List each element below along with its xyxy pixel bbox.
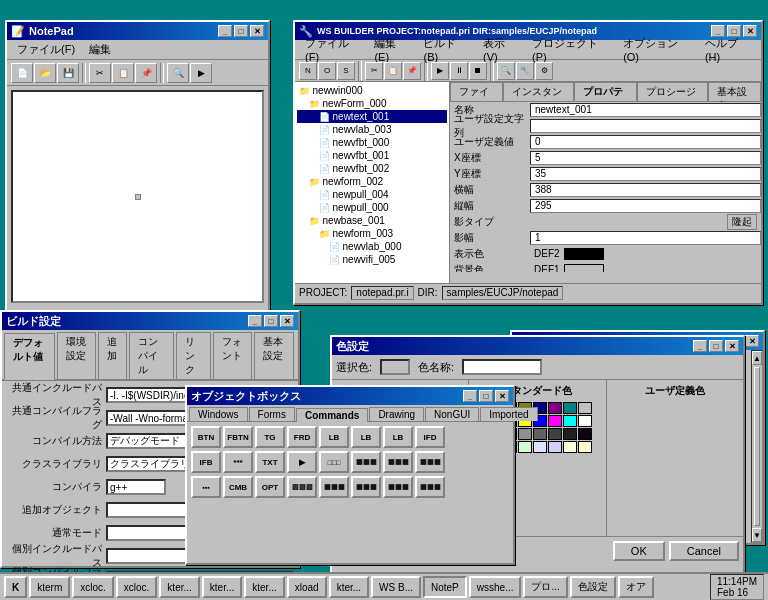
color-cancel-btn[interactable]: Cancel xyxy=(669,541,739,561)
btn-sq2[interactable]: ▦▦▦ xyxy=(351,451,381,473)
objbox-close-btn[interactable]: ✕ xyxy=(495,390,509,402)
objbox-minimize-btn[interactable]: _ xyxy=(463,390,477,402)
tb-kter3[interactable]: kter... xyxy=(244,576,284,598)
btn-IFB[interactable]: IFB xyxy=(191,451,221,473)
scroll-thumb[interactable] xyxy=(754,367,760,526)
tree-newpull004[interactable]: newpull_004 xyxy=(297,188,447,201)
tb-kterm1[interactable]: kterm xyxy=(29,576,70,598)
colorpanel-close-btn[interactable]: ✕ xyxy=(745,335,759,347)
ws-btn8[interactable]: ⏸ xyxy=(450,62,468,80)
btn-LB3[interactable]: LB xyxy=(383,426,413,448)
tb-xcloc1[interactable]: xcloc. xyxy=(72,576,114,598)
ws-btn7[interactable]: ▶ xyxy=(431,62,449,80)
color-cell[interactable] xyxy=(578,415,592,427)
config-compiler-input[interactable] xyxy=(106,479,166,495)
btn-arrow[interactable]: ▶ xyxy=(287,451,317,473)
color-minimize-btn[interactable]: _ xyxy=(693,340,707,352)
color-cell[interactable] xyxy=(548,441,562,453)
color-titlebar[interactable]: 色設定 _ □ ✕ xyxy=(332,337,743,355)
color-cell[interactable] xyxy=(578,402,592,414)
ws-btn9[interactable]: ⏹ xyxy=(469,62,487,80)
btn-FRD[interactable]: FRD xyxy=(287,426,317,448)
btn-star[interactable]: *** xyxy=(223,451,253,473)
ws-open-btn[interactable]: O xyxy=(318,62,336,80)
objbox-maximize-btn[interactable]: □ xyxy=(479,390,493,402)
prop-userdef-value[interactable]: 0 xyxy=(530,135,761,149)
tab-nongui[interactable]: NonGUI xyxy=(425,407,479,421)
tb-kter1[interactable]: kter... xyxy=(159,576,199,598)
scroll-up-arrow[interactable]: ▲ xyxy=(752,351,762,365)
btn-sq1[interactable]: □□□ xyxy=(319,451,349,473)
notepad-menu-edit[interactable]: 編集 xyxy=(83,40,117,59)
btn-LB2[interactable]: LB xyxy=(351,426,381,448)
paste-btn[interactable]: 📌 xyxy=(135,63,157,83)
btn-grid1[interactable]: ▧▧▧ xyxy=(287,476,317,498)
tab-default[interactable]: デフォルト値 xyxy=(4,333,55,380)
tb-wsb[interactable]: WS B... xyxy=(371,576,421,598)
color-ok-btn[interactable]: OK xyxy=(613,541,665,561)
ws-new-btn[interactable]: N xyxy=(299,62,317,80)
ws-save-btn[interactable]: S xyxy=(337,62,355,80)
menu-options[interactable]: オプション(O) xyxy=(617,34,697,65)
btn-grid3[interactable]: ▦▦▦ xyxy=(351,476,381,498)
prop-x-value[interactable]: 5 xyxy=(530,151,761,165)
tb-pro[interactable]: プロ... xyxy=(523,576,567,598)
color-cell[interactable] xyxy=(518,441,532,453)
cut-btn[interactable]: ✂ xyxy=(89,63,111,83)
tab-commands[interactable]: Commands xyxy=(296,408,368,422)
ws-btn4[interactable]: ✂ xyxy=(365,62,383,80)
notepad-canvas[interactable] xyxy=(11,90,264,303)
ws-btn10[interactable]: 🔍 xyxy=(497,62,515,80)
tab-add[interactable]: 追加 xyxy=(98,332,127,379)
prop-h-value[interactable]: 295 xyxy=(530,199,761,213)
new-btn[interactable]: 📄 xyxy=(11,63,33,83)
btn-sq4[interactable]: ▦▦▦ xyxy=(415,451,445,473)
btn-CMB[interactable]: CMB xyxy=(223,476,253,498)
copy-btn[interactable]: 📋 xyxy=(112,63,134,83)
tree-newvlab003[interactable]: newvlab_003 xyxy=(297,123,447,136)
open-btn[interactable]: 📂 xyxy=(34,63,56,83)
tree-newwin000[interactable]: newwin000 xyxy=(297,84,447,97)
ws-btn11[interactable]: 🔧 xyxy=(516,62,534,80)
notepad-maximize-btn[interactable]: □ xyxy=(234,25,248,37)
prop-fg-value[interactable]: DEF2 xyxy=(530,247,761,261)
color-cell[interactable] xyxy=(548,415,562,427)
prop-w-value[interactable]: 388 xyxy=(530,183,761,197)
selected-color-swatch[interactable] xyxy=(380,359,410,375)
menu-view[interactable]: 表示(V) xyxy=(477,34,524,65)
btn-BTN[interactable]: BTN xyxy=(191,426,221,448)
scroll-down-arrow[interactable]: ▼ xyxy=(752,528,762,542)
color-cell[interactable] xyxy=(548,402,562,414)
color-cell[interactable] xyxy=(533,428,547,440)
tab-instance[interactable]: インスタンス xyxy=(503,82,574,101)
colorpanel-scrollbar[interactable]: ▲ ▼ xyxy=(751,350,763,543)
tab-property[interactable]: プロパティ xyxy=(574,82,636,101)
tb-wsshe[interactable]: wsshe... xyxy=(469,576,522,598)
project-tree[interactable]: newwin000 newForm_000 newtext_001 newvla… xyxy=(295,82,450,283)
tab-basic2[interactable]: 基本設定 xyxy=(254,332,294,379)
tree-newvfbt001[interactable]: newvfbt_001 xyxy=(297,149,447,162)
tb-xcloc2[interactable]: xcloc. xyxy=(116,576,158,598)
tree-newvifi005[interactable]: newvifi_005 xyxy=(297,253,447,266)
color-cell[interactable] xyxy=(563,428,577,440)
color-cell[interactable] xyxy=(518,428,532,440)
color-name-input[interactable] xyxy=(462,359,542,375)
btn-LB1[interactable]: LB xyxy=(319,426,349,448)
btn-TG[interactable]: TG xyxy=(255,426,285,448)
tb-xload[interactable]: xload xyxy=(287,576,327,598)
tree-newform000[interactable]: newForm_000 xyxy=(297,97,447,110)
prop-y-value[interactable]: 35 xyxy=(530,167,761,181)
color-cell[interactable] xyxy=(548,428,562,440)
color-cell[interactable] xyxy=(578,428,592,440)
ws-btn5[interactable]: 📋 xyxy=(384,62,402,80)
objbox-titlebar[interactable]: オブジェクトボックス _ □ ✕ xyxy=(187,387,513,405)
ws-btn12[interactable]: ⚙ xyxy=(535,62,553,80)
tree-newvfbt000[interactable]: newvfbt_000 xyxy=(297,136,447,149)
btn-IFD[interactable]: IFD xyxy=(415,426,445,448)
tb-btn1[interactable]: 🔍 xyxy=(167,63,189,83)
color-maximize-btn[interactable]: □ xyxy=(709,340,723,352)
menu-file[interactable]: ファイル(F) xyxy=(299,34,366,65)
btn-sq3[interactable]: ▦▦▦ xyxy=(383,451,413,473)
tb-color[interactable]: 色設定 xyxy=(570,576,616,598)
btn-grid4[interactable]: ▦▦▦ xyxy=(383,476,413,498)
